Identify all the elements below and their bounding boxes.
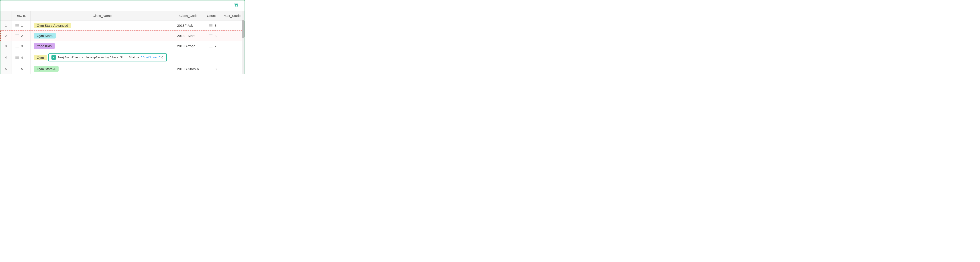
row-expander-icon[interactable] (15, 56, 19, 59)
cell-maxstudents (220, 31, 245, 41)
cell-rownum: 2 (0, 31, 11, 41)
cell-rowid: 3 (11, 41, 30, 51)
svg-rect-5 (15, 25, 19, 26)
col-header-classcode[interactable]: Class_Code (174, 11, 203, 21)
cell-rownum: 1 (0, 21, 11, 31)
svg-rect-8 (209, 25, 213, 26)
table-row[interactable]: 33Yoga Kids2019S-Yoga7 (0, 41, 245, 51)
cell-count: 7 (203, 41, 220, 51)
cell-classname: Gym Stars A (30, 64, 174, 74)
table-row[interactable]: 22Gym Stars2018F-Stars8 (0, 31, 245, 41)
cell-classname: Yoga Kids (30, 41, 174, 51)
cell-count (203, 51, 220, 64)
cell-classcode: 2019S-Yoga (174, 41, 203, 51)
svg-rect-21 (209, 47, 213, 48)
svg-rect-7 (209, 24, 213, 25)
cell-rowid: 4 (11, 51, 30, 64)
header-icons (234, 3, 241, 9)
svg-rect-6 (15, 27, 19, 27)
svg-rect-23 (15, 57, 19, 58)
svg-rect-30 (209, 70, 213, 70)
col-header-classname[interactable]: Class_Name (30, 11, 174, 21)
svg-rect-17 (15, 46, 19, 46)
svg-rect-4 (15, 24, 19, 25)
row-expander-icon[interactable] (15, 67, 19, 71)
cell-classname: Gym Stars (30, 31, 174, 41)
count-expander-icon[interactable] (208, 24, 213, 27)
col-header-maxstudents[interactable]: Max_Stude (220, 11, 245, 21)
svg-rect-28 (209, 68, 213, 68)
table-row[interactable]: 55Gym Stars A2019S-Stars-A8 (0, 64, 245, 74)
svg-rect-24 (15, 58, 19, 59)
svg-rect-16 (15, 45, 19, 45)
svg-rect-26 (15, 69, 19, 69)
svg-rect-10 (15, 35, 19, 35)
svg-rect-22 (15, 56, 19, 57)
cell-classname: Gym Stars Advanced (30, 21, 174, 31)
formula-tooltip[interactable]: = len(Enrollments.lookupRecords(Class=$i… (48, 53, 167, 62)
class-name-badge: Yoga Kids (33, 43, 55, 49)
count-expander-icon[interactable] (208, 67, 213, 71)
data-table: Row ID Class_Name Class_Code Count Max_S… (0, 11, 245, 74)
scrollbar-thumb[interactable] (242, 20, 245, 38)
svg-rect-20 (209, 46, 213, 46)
cell-classcode: 2018F-Adv (174, 21, 203, 31)
cell-maxstudents (220, 21, 245, 31)
svg-rect-25 (15, 68, 19, 68)
col-header-count[interactable]: Count (203, 11, 220, 21)
cell-rowid: 1 (11, 21, 30, 31)
col-header-rownum (0, 11, 11, 21)
cell-maxstudents (220, 64, 245, 74)
cell-count: 8 (203, 31, 220, 41)
row-expander-icon[interactable] (15, 34, 19, 37)
svg-rect-13 (209, 35, 213, 35)
svg-rect-29 (209, 69, 213, 69)
cell-count: 8 (203, 21, 220, 31)
cell-classcode: 2019S-Stars-A (174, 64, 203, 74)
svg-rect-11 (15, 36, 19, 36)
class-name-badge: Gym (33, 55, 47, 60)
scrollbar-track[interactable] (242, 11, 245, 74)
cell-rownum: 5 (0, 64, 11, 74)
panel-header (0, 0, 245, 11)
row-expander-icon[interactable] (15, 44, 19, 48)
classes-panel: Row ID Class_Name Class_Code Count Max_S… (0, 0, 245, 75)
cell-rownum: 4 (0, 51, 11, 64)
row-expander-icon[interactable] (15, 24, 19, 27)
cell-classcode: 2018F-Stars (174, 31, 203, 41)
cell-maxstudents (220, 41, 245, 51)
formula-text: len(Enrollments.lookupRecords(Class=$id,… (58, 56, 164, 59)
count-expander-icon[interactable] (208, 44, 213, 48)
class-name-badge: Gym Stars Advanced (33, 23, 71, 28)
table-row[interactable]: 11Gym Stars Advanced2018F-Adv8 (0, 21, 245, 31)
filter-icon[interactable] (234, 3, 238, 9)
cell-rowid: 2 (11, 31, 30, 41)
svg-rect-12 (15, 37, 19, 37)
svg-rect-27 (15, 70, 19, 70)
svg-rect-14 (209, 36, 213, 36)
svg-rect-9 (209, 27, 213, 27)
cell-rownum: 3 (0, 41, 11, 51)
svg-rect-19 (209, 45, 213, 45)
table-wrapper: Row ID Class_Name Class_Code Count Max_S… (0, 11, 245, 74)
count-expander-icon[interactable] (208, 34, 213, 37)
formula-icon: = (51, 55, 56, 60)
table-row[interactable]: 44 Gym = len(Enrollments.lookupRecords(C… (0, 51, 245, 64)
class-name-badge: Gym Stars (33, 33, 56, 38)
table-header-row: Row ID Class_Name Class_Code Count Max_S… (0, 11, 245, 21)
svg-rect-18 (15, 47, 19, 48)
cell-maxstudents (220, 51, 245, 64)
class-name-badge: Gym Stars A (33, 66, 59, 71)
cell-count: 8 (203, 64, 220, 74)
svg-rect-15 (209, 37, 213, 37)
cell-classcode (174, 51, 203, 64)
col-header-rowid[interactable]: Row ID (11, 11, 30, 21)
cell-rowid: 5 (11, 64, 30, 74)
cell-classname: Gym = len(Enrollments.lookupRecords(Clas… (30, 51, 174, 64)
